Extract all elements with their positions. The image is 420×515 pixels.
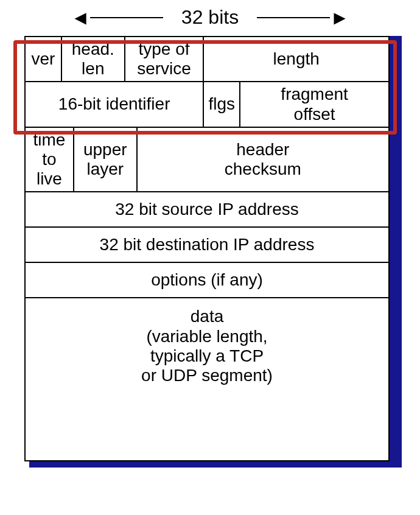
field-head-len: head. len [61, 37, 125, 82]
table-row: options (if any) [25, 262, 389, 298]
field-options: options (if any) [25, 262, 389, 298]
width-caption-row: ◄ 32 bits ► [6, 6, 414, 29]
field-label: head. len [72, 40, 114, 78]
field-label: 32 bit source IP address [115, 200, 298, 219]
table-row: time to live upper layer header checksum [25, 127, 389, 192]
field-label: 32 bit destination IP address [100, 235, 315, 254]
table-row: data (variable length, typically a TCP o… [25, 298, 389, 461]
field-tos: type of service [125, 37, 204, 82]
arrow-left-group: ◄ [71, 8, 163, 27]
field-dest-ip: 32 bit destination IP address [25, 227, 389, 262]
field-label: time to live [33, 130, 65, 188]
table-row: ver head. len type of service length [25, 37, 389, 82]
diagram-stack: ver head. len type of service length 16-… [18, 36, 396, 461]
table-row: 32 bit destination IP address [25, 227, 389, 262]
field-label: flgs [208, 94, 235, 113]
field-identifier: 16-bit identifier [25, 82, 203, 127]
table-row: 32 bit source IP address [25, 192, 389, 227]
field-label: upper layer [83, 140, 127, 178]
field-header-checksum: header checksum [137, 127, 389, 192]
field-label: ver [32, 49, 55, 68]
arrow-left-icon: ◄ [71, 8, 90, 27]
arrow-right-icon: ► [330, 8, 349, 27]
field-label: fragment offset [281, 85, 348, 123]
table-row: 16-bit identifier flgs fragment offset [25, 82, 389, 127]
ip-header-table: ver head. len type of service length 16-… [24, 36, 390, 461]
field-label: data (variable length, typically a TCP o… [141, 307, 273, 385]
arrow-left-line [90, 17, 163, 18]
field-label: options (if any) [151, 270, 263, 289]
field-flgs: flgs [203, 82, 240, 127]
field-label: type of service [137, 40, 191, 78]
field-length: length [203, 37, 389, 82]
field-ver: ver [25, 37, 61, 82]
field-label: length [273, 49, 320, 68]
field-fragment-offset: fragment offset [240, 82, 389, 127]
width-caption: 32 bits [175, 6, 245, 29]
field-source-ip: 32 bit source IP address [25, 192, 389, 227]
field-data: data (variable length, typically a TCP o… [25, 298, 389, 461]
field-upper-layer: upper layer [74, 127, 137, 192]
field-label: header checksum [225, 140, 301, 178]
field-label: 16-bit identifier [58, 94, 170, 113]
ip-header-diagram: ◄ 32 bits ► ver head. len type [6, 6, 414, 461]
arrow-right-group: ► [257, 8, 349, 27]
arrow-right-line [257, 17, 330, 18]
field-ttl: time to live [25, 127, 74, 192]
